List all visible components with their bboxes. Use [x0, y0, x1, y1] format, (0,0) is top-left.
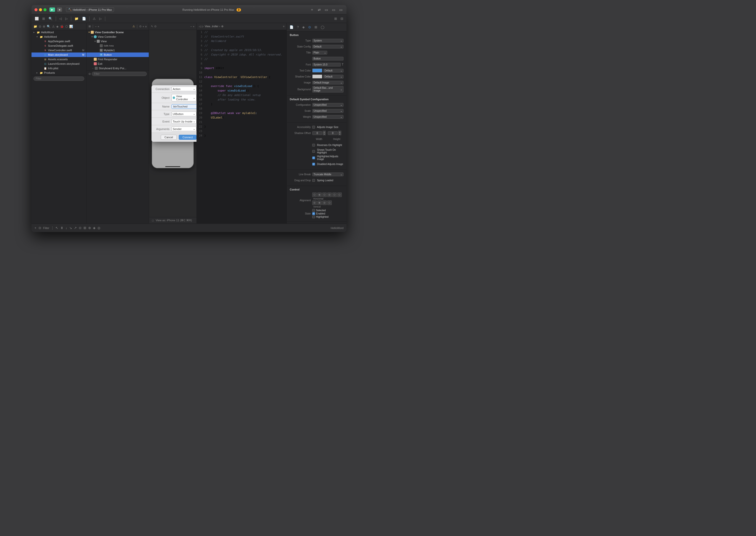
step-out-icon[interactable]: ↗ [74, 226, 77, 230]
scene-nav-icons[interactable]: ≡ [145, 25, 147, 28]
memory-icon[interactable]: ⊞ [83, 226, 86, 230]
shows-touch-checkbox[interactable] [312, 150, 315, 153]
report-nav-icon[interactable]: 📊 [69, 25, 73, 28]
adjusts-checkbox[interactable] [312, 126, 315, 128]
enabled-checkbox[interactable] [312, 212, 315, 215]
name-input[interactable] [172, 104, 196, 109]
height-down[interactable]: ▼ [338, 133, 341, 135]
valign-center[interactable]: ⊞ [317, 200, 322, 205]
add-button[interactable]: ＋ [309, 7, 315, 13]
step-in-icon[interactable]: ↘ [69, 226, 72, 230]
file-group-icon[interactable]: 📁 [73, 16, 80, 21]
nav-launchscreen[interactable]: ▸ ⊡ LaunchScreen.storyboard [31, 61, 86, 66]
scene-first-responder[interactable]: ▸ First Responder [86, 57, 149, 61]
type-select[interactable]: System ⌄ [312, 39, 344, 43]
breakpoint-nav-icon[interactable]: ⬡ [65, 25, 68, 28]
editor-options-icon[interactable]: ≡ [283, 25, 284, 28]
event-select[interactable]: Touch Up Inside ⌄ [172, 119, 196, 124]
canvas-pointer-icon[interactable]: ↖ [151, 25, 153, 28]
connect-button[interactable]: Connect [179, 135, 196, 140]
nav-appdelegate[interactable]: ▸ S AppDelegate.swift [31, 39, 86, 44]
title-text-input[interactable] [312, 57, 344, 60]
canvas-zoom-out[interactable]: − [190, 25, 192, 28]
scene-filter-icon[interactable]: ⊙ [139, 25, 142, 28]
folder-nav-icon[interactable]: 📁 [34, 25, 37, 28]
run-button[interactable]: ▶ [49, 8, 55, 12]
scene-safe-area[interactable]: ▸ Safe Area [86, 44, 149, 48]
scene-add-icon[interactable]: + [143, 25, 144, 28]
symbol-nav-icon[interactable]: ⊛ [43, 25, 45, 28]
scene-view-controller[interactable]: ▾ View Controller [86, 35, 149, 39]
spring-loaded-checkbox[interactable] [312, 179, 315, 182]
find-nav-icon[interactable]: 🔍 [47, 25, 50, 28]
valign-bottom[interactable]: ⊡ [322, 200, 327, 205]
nav-info-plist[interactable]: ▸ 📋 Info.plist [31, 66, 86, 71]
identity-inspector-icon[interactable]: ◈ [302, 24, 306, 30]
localize-icon[interactable]: ⊞ [41, 16, 46, 21]
highlighted-adjusts-checkbox[interactable] [312, 156, 315, 159]
disabled-adjusts-checkbox[interactable] [312, 163, 315, 165]
scene-toolbar-icon[interactable]: ⊞ [88, 25, 91, 28]
align-fill[interactable]: ⊡ [327, 192, 332, 197]
inspector-toggle[interactable]: ▭ [338, 7, 344, 12]
shadow-color-select[interactable]: Default ⌄ [323, 75, 344, 79]
nav-helloword-group[interactable]: ▾ 📁 HelloWord [31, 35, 86, 39]
warning-badge[interactable]: 3 [237, 8, 241, 12]
valign-top[interactable]: ⊡ [312, 200, 317, 205]
maximize-button[interactable] [44, 8, 47, 11]
nav-products[interactable]: ▸ 📁 Products [31, 71, 86, 75]
breadcrumb-back[interactable]: ◁ [199, 25, 201, 28]
text-color-swatch[interactable] [312, 69, 322, 73]
highlighted-checkbox[interactable] [312, 216, 315, 218]
font-edit-icon[interactable]: T [342, 63, 344, 66]
back-icon[interactable]: ◁ [58, 16, 63, 21]
search-icon[interactable]: 🔍 [47, 16, 54, 21]
file-inspector-icon[interactable]: 📄 [289, 24, 294, 30]
scene-exit[interactable]: ▸ Exit [86, 61, 149, 66]
nav-viewcontroller[interactable]: ▸ S ViewController.swift M [31, 48, 86, 52]
breadcrumb-symbol[interactable]: ⚙ [221, 25, 223, 28]
valign-fill[interactable]: ⬡ [327, 200, 332, 205]
nav-main-storyboard[interactable]: ▸ ⊡ Main.storyboard M [31, 52, 86, 57]
nav-assets[interactable]: ▸ ⊞ Assets.xcassets [31, 57, 86, 61]
zoom-in-icon[interactable]: + [97, 25, 99, 28]
attributes-inspector-icon[interactable]: ⊙ [308, 24, 312, 30]
filter-bottom-icon[interactable]: ⊙ [39, 226, 41, 230]
align-center[interactable]: ⊞ [317, 192, 322, 197]
nav-scenedelegate[interactable]: ▸ S SceneDelegate.swift [31, 44, 86, 48]
align-leading[interactable]: ⬡ [332, 192, 337, 197]
simulator-icon[interactable]: ◈ [93, 226, 95, 230]
device-preview-icon[interactable]: □ [152, 219, 154, 222]
connection-select[interactable]: Action ⌄ [172, 86, 196, 91]
editor-content[interactable]: 1 // 2 // ViewController.swift 3 // Hell… [197, 30, 286, 223]
breakpoint-icon[interactable]: ▷ [98, 16, 103, 21]
scene-mylable1[interactable]: ▸ L Mylable1 [86, 48, 149, 52]
zoom-out-icon[interactable]: − [95, 25, 96, 28]
font-select[interactable]: System 15.0 [312, 63, 341, 66]
navigator-icon[interactable]: ⬜ [34, 16, 40, 21]
close-button[interactable] [35, 8, 38, 11]
issues-nav-icon[interactable]: ⚠ [52, 25, 55, 28]
step-over-icon[interactable]: ↓ [65, 226, 67, 230]
location-icon[interactable]: ◎ [97, 226, 100, 230]
align-trailing[interactable]: ⬡ [337, 192, 342, 197]
size-inspector-icon[interactable]: ⊞ [314, 24, 318, 30]
pause-icon[interactable]: ⏸ [60, 226, 63, 230]
height-up[interactable]: ▲ [338, 131, 341, 133]
source-icon[interactable]: 📄 [81, 16, 87, 21]
line-break-select[interactable]: Truncate Middle ⌄ [312, 173, 344, 176]
debug-icon[interactable]: ⊙ [79, 226, 82, 230]
canvas-zoom-in[interactable]: + [193, 25, 194, 28]
cancel-button[interactable]: Cancel [161, 135, 177, 140]
connections-inspector-icon[interactable]: ◯ [320, 24, 325, 30]
reverses-checkbox[interactable] [312, 144, 315, 147]
scale-select[interactable]: Unspecified ⌄ [312, 109, 344, 113]
bg-select[interactable]: Default Bac...und Image ⌄ [312, 86, 344, 92]
scene-storyboard-entry[interactable]: → Storyboard Entry Poi... [86, 66, 149, 71]
help-inspector-icon[interactable]: ? [296, 24, 300, 30]
source-nav-icon[interactable]: ⊙ [39, 25, 41, 28]
weight-select[interactable]: Unspecified ⌄ [312, 115, 344, 119]
editor-split-icon[interactable]: ⊞ [333, 16, 338, 21]
type-select[interactable]: UIButton ⌄ [172, 112, 196, 116]
environment-icon[interactable]: ⊛ [88, 226, 91, 230]
